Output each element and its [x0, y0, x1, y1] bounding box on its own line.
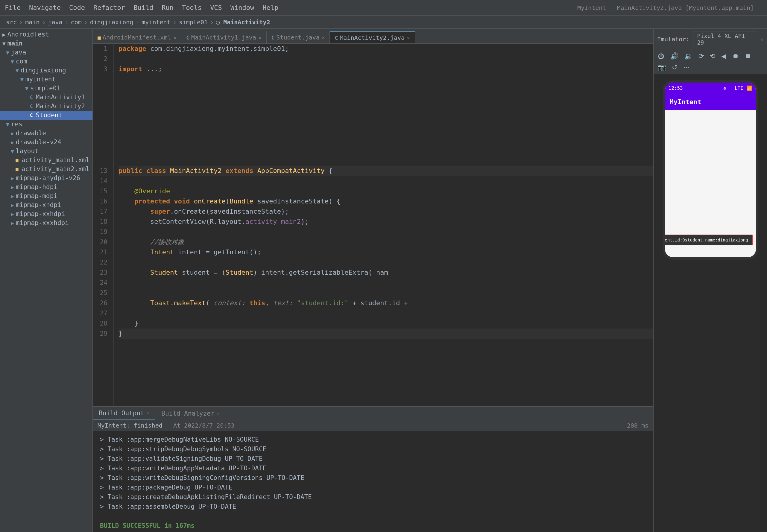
- tab-close-student[interactable]: ✕: [322, 35, 325, 40]
- code-line-29: }: [119, 329, 653, 339]
- sidebar-item-student[interactable]: C Student: [0, 111, 92, 120]
- folder-icon-res: ▼: [6, 121, 9, 127]
- tab-build-output[interactable]: Build Output ✕: [93, 407, 155, 420]
- power-button[interactable]: ⏻: [656, 52, 666, 61]
- code-line-blank6: [119, 125, 653, 135]
- more-button[interactable]: ⋯: [681, 63, 692, 72]
- sidebar-item-java[interactable]: ▼ java: [0, 48, 92, 57]
- tab-mainactivity2[interactable]: C MainActivity2.java ✕: [330, 31, 415, 43]
- arrow-down-icon: ▼: [2, 40, 6, 47]
- tab-close-mainactivity1[interactable]: ✕: [259, 35, 262, 40]
- sidebar-item-res[interactable]: ▼ res: [0, 120, 92, 129]
- menu-build[interactable]: Build: [133, 4, 153, 11]
- emulator-device-tab[interactable]: Pixel 4 XL API 29: [693, 31, 758, 47]
- java-tab-icon-2: C: [271, 34, 275, 41]
- sidebar-item-mipmap-xhdpi[interactable]: ▶ mipmap-xhdpi: [0, 200, 92, 209]
- build-duration: 208 ms: [627, 422, 648, 429]
- editor-area: ■ AndroidManifest.xml ✕ C MainActivity1.…: [93, 29, 653, 532]
- emulator-tab-close[interactable]: ✕: [760, 37, 763, 42]
- sidebar-item-mainactivity1[interactable]: C MainActivity1: [0, 93, 92, 102]
- build-output-close[interactable]: ✕: [147, 410, 150, 416]
- sidebar-item-mipmap-hdpi[interactable]: ▶ mipmap-hdpi: [0, 183, 92, 191]
- code-line-26: Toast.makeText( context: this, text: "st…: [119, 298, 653, 308]
- build-line-3: > Task :app:validateSigningDebug UP-TO-D…: [100, 454, 646, 463]
- breadcrumb-dingjiaxiong[interactable]: dingjiaxiong: [90, 19, 133, 26]
- phone-icons: ⚙ LTE 📶: [724, 85, 752, 91]
- sidebar-item-main[interactable]: ▼ main: [0, 39, 92, 48]
- breadcrumb-class[interactable]: ◯ MainActivity2: [216, 19, 270, 26]
- back-button[interactable]: ◀: [719, 52, 728, 61]
- java-file-icon-3: C: [30, 113, 33, 118]
- code-line-blank9: [119, 156, 653, 166]
- breadcrumb-simple01[interactable]: simple01: [179, 19, 208, 26]
- folder-icon-mipmap-mdpi: ▶: [11, 193, 14, 199]
- stop-button[interactable]: ⏹: [743, 52, 753, 61]
- menu-help[interactable]: Help: [262, 4, 278, 11]
- breadcrumb-main[interactable]: main: [25, 19, 40, 26]
- phone-mockup: 12:53 ⚙ LTE 📶 MyIntent student.id:9stude…: [663, 80, 758, 260]
- screenshot-button[interactable]: 📷: [656, 63, 668, 72]
- code-lines[interactable]: package com.dingjiaxiong.myintent.simple…: [114, 44, 653, 406]
- menu-code[interactable]: Code: [69, 4, 85, 11]
- menu-refactor[interactable]: Refactor: [93, 4, 125, 11]
- toast-message: student.id:9student.name:dingjiaxiong: [665, 235, 753, 245]
- breadcrumb-myintent[interactable]: myintent: [142, 19, 170, 26]
- volume-up-button[interactable]: 🔊: [669, 52, 680, 61]
- menu-file[interactable]: File: [5, 4, 21, 11]
- sidebar-item-activity-main2[interactable]: ■ activity_main2.xml: [0, 165, 92, 174]
- sidebar-item-drawable-v24[interactable]: ▶ drawable-v24: [0, 138, 92, 147]
- build-line-8: > Task :app:assembleDebug UP-TO-DATE: [100, 502, 646, 511]
- menu-run[interactable]: Run: [162, 4, 174, 11]
- menu-tools[interactable]: Tools: [182, 4, 202, 11]
- code-content: 1 2 3 13 14 15 16 17: [93, 44, 653, 406]
- sidebar-item-myintent[interactable]: ▼ myintent: [0, 75, 92, 84]
- menu-window[interactable]: Window: [230, 4, 254, 11]
- folder-icon-com: ▼: [11, 58, 14, 65]
- tab-student[interactable]: C Student.java ✕: [267, 31, 330, 43]
- window-title: MyIntent - MainActivity2.java [MyIntent.…: [577, 4, 754, 11]
- sidebar-item-androidtest[interactable]: ▶ AndroidTest: [0, 30, 92, 39]
- menu-navigate[interactable]: Navigate: [29, 4, 61, 11]
- tab-close-mainactivity2[interactable]: ✕: [407, 35, 410, 41]
- refresh-button[interactable]: ↺: [670, 63, 679, 72]
- breadcrumb-com[interactable]: com: [71, 19, 82, 26]
- rotate2-button[interactable]: ⟲: [708, 52, 717, 61]
- code-editor[interactable]: 1 2 3 13 14 15 16 17: [93, 44, 653, 406]
- sidebar: ▶ AndroidTest ▼ main ▼ java ▼ com ▼ ding…: [0, 29, 93, 532]
- folder-icon-drawable-v24: ▶: [11, 139, 14, 145]
- code-line-blank5: [119, 115, 653, 125]
- breadcrumb-java[interactable]: java: [48, 19, 62, 26]
- phone-time: 12:53: [669, 85, 683, 91]
- code-line-14: [119, 176, 653, 186]
- rotate-button[interactable]: ⟳: [697, 52, 706, 61]
- home-button[interactable]: ⏺: [730, 52, 741, 61]
- sidebar-tree: ▶ AndroidTest ▼ main ▼ java ▼ com ▼ ding…: [0, 29, 92, 229]
- xml-file-icon-1: ■: [16, 157, 19, 163]
- sidebar-item-layout[interactable]: ▼ layout: [0, 147, 92, 156]
- sidebar-item-dingjiaxiong[interactable]: ▼ dingjiaxiong: [0, 66, 92, 75]
- tab-androidmanifest[interactable]: ■ AndroidManifest.xml ✕: [93, 31, 181, 43]
- sidebar-item-simple01[interactable]: ▼ simple01: [0, 84, 92, 93]
- sidebar-item-mipmap-xxxhdpi[interactable]: ▶ mipmap-xxxhdpi: [0, 218, 92, 227]
- sidebar-item-drawable[interactable]: ▶ drawable: [0, 129, 92, 138]
- settings-icon: ⚙: [724, 86, 726, 91]
- code-line-13: public class MainActivity2 extends AppCo…: [119, 166, 653, 176]
- menu-vcs[interactable]: VCS: [210, 4, 222, 11]
- sidebar-item-mainactivity2[interactable]: C MainActivity2: [0, 102, 92, 111]
- sidebar-item-mipmap-mdpi[interactable]: ▶ mipmap-mdpi: [0, 191, 92, 200]
- build-analyzer-close[interactable]: ✕: [217, 411, 220, 416]
- sidebar-item-mipmap-xxhdpi[interactable]: ▶ mipmap-xxhdpi: [0, 209, 92, 218]
- tab-mainactivity1[interactable]: C MainActivity1.java ✕: [181, 31, 266, 43]
- phone-app-bar: MyIntent: [665, 93, 756, 110]
- code-line-blank4: [119, 105, 653, 115]
- emulator-header: Emulator: Pixel 4 XL API 29 ✕: [654, 29, 767, 50]
- tab-build-analyzer[interactable]: Build Analyzer ✕: [155, 407, 226, 420]
- volume-down-button[interactable]: 🔉: [683, 52, 694, 61]
- sidebar-item-mipmap-anydpi[interactable]: ▶ mipmap-anydpi-v26: [0, 174, 92, 183]
- tab-close-androidmanifest[interactable]: ✕: [174, 35, 177, 40]
- code-line-1: package com.dingjiaxiong.myintent.simple…: [119, 44, 653, 54]
- breadcrumb-src[interactable]: src: [6, 19, 17, 26]
- sidebar-item-com[interactable]: ▼ com: [0, 57, 92, 66]
- sidebar-item-activity-main1[interactable]: ■ activity_main1.xml: [0, 156, 92, 165]
- phone-screen: 12:53 ⚙ LTE 📶 MyIntent student.id:9stude…: [665, 83, 756, 257]
